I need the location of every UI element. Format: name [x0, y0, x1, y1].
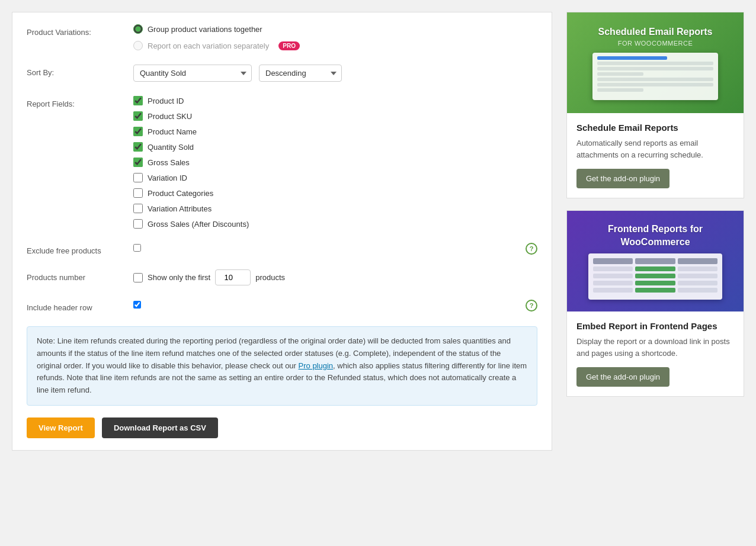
card-frontend-addon-button[interactable]: Get the add-on plugin [576, 367, 669, 387]
rtm-cell-4-2 [635, 288, 675, 293]
field-gross-sales-discounts-checkbox[interactable] [133, 219, 143, 229]
card-email-green-bg: Scheduled Email Reports FOR WOOCOMMERCE [567, 12, 744, 113]
sidebar-card-email-reports: Scheduled Email Reports FOR WOOCOMMERCE … [566, 12, 744, 198]
products-number-inner: Show only the first products [133, 269, 537, 285]
field-gross-sales-checkbox[interactable] [133, 158, 143, 167]
exclude-free-control: ? [133, 243, 537, 255]
field-variation-id-label: Variation ID [148, 174, 187, 182]
products-number-show-only: Show only the first [148, 273, 210, 282]
sort-direction-select[interactable]: Descending Ascending [259, 65, 342, 82]
download-csv-button[interactable]: Download Report as CSV [102, 417, 218, 438]
card-email-img-subtitle: FOR WOOCOMMERCE [618, 40, 693, 47]
rtm-cell-1-1 [593, 266, 633, 271]
field-variation-attributes-checkbox[interactable] [133, 204, 143, 213]
pro-badge: PRO [278, 41, 300, 50]
include-header-row: Include header row ? [27, 300, 537, 312]
mockup-line-2 [597, 62, 714, 65]
field-gross-sales-discounts-label: Gross Sales (After Discounts) [148, 220, 249, 229]
include-header-help-icon[interactable]: ? [526, 300, 537, 311]
field-variation-attributes[interactable]: Variation Attributes [133, 204, 537, 213]
field-product-name-checkbox[interactable] [133, 127, 143, 136]
card-email-addon-button[interactable]: Get the add-on plugin [576, 169, 669, 188]
sidebar: Scheduled Email Reports FOR WOOCOMMERCE … [566, 12, 744, 451]
radio-separate[interactable]: Report on each variation separately PRO [133, 41, 537, 50]
field-gross-sales[interactable]: Gross Sales [133, 158, 537, 167]
field-product-id-label: Product ID [148, 97, 184, 105]
rtm-row-header [593, 258, 717, 264]
field-product-categories-label: Product Categories [148, 189, 213, 198]
include-header-checkbox[interactable] [133, 301, 141, 309]
exclude-free-row: Exclude free products ? [27, 243, 537, 255]
field-product-id[interactable]: Product ID [133, 96, 537, 105]
view-report-button[interactable]: View Report [27, 417, 95, 438]
card-email-image: Scheduled Email Reports FOR WOOCOMMERCE [567, 12, 744, 113]
field-product-sku[interactable]: Product SKU [133, 111, 537, 121]
radio-group-together-label: Group product variations together [148, 25, 262, 34]
card-email-mockup [592, 53, 719, 100]
rtm-header-3 [678, 258, 717, 264]
include-header-control: ? [133, 300, 537, 311]
report-fields-control: Product ID Product SKU Product Name Quan… [133, 96, 537, 229]
rtm-cell-3-1 [593, 281, 633, 285]
card-frontend-description: Display the report or a download link in… [576, 336, 734, 359]
rtm-cell-4-3 [678, 288, 717, 293]
radio-separate-label: Report on each variation separately [148, 41, 269, 50]
exclude-free-checkbox-wrap [133, 244, 526, 253]
rtm-cell-2-1 [593, 274, 633, 278]
field-quantity-sold[interactable]: Quantity Sold [133, 142, 537, 152]
card-frontend-img-title: Frontend Reports for WooCommerce [576, 223, 734, 249]
field-product-categories[interactable]: Product Categories [133, 188, 537, 198]
rtm-row-3 [593, 281, 717, 285]
report-fields-label: Report Fields: [27, 96, 133, 108]
radio-group-together-input[interactable] [133, 24, 143, 34]
field-product-sku-checkbox[interactable] [133, 111, 143, 121]
field-variation-id[interactable]: Variation ID [133, 173, 537, 182]
sidebar-card-frontend-reports: Frontend Reports for WooCommerce [566, 210, 744, 397]
rtm-row-2 [593, 274, 717, 278]
sort-field-select[interactable]: Quantity Sold Gross Sales Product Name P… [133, 65, 252, 82]
card-frontend-title: Embed Report in Frontend Pages [576, 321, 734, 331]
field-product-name[interactable]: Product Name [133, 127, 537, 136]
mockup-line-3 [597, 67, 714, 70]
field-product-categories-checkbox[interactable] [133, 188, 143, 198]
field-variation-attributes-label: Variation Attributes [148, 204, 212, 213]
pro-plugin-link[interactable]: Pro plugin [299, 361, 334, 370]
rtm-cell-3-2 [635, 281, 675, 285]
sort-by-row: Sort By: Quantity Sold Gross Sales Produ… [27, 65, 537, 82]
field-product-sku-label: Product SKU [148, 112, 192, 121]
products-number-control: Show only the first products [133, 269, 537, 285]
card-frontend-body: Embed Report in Frontend Pages Display t… [567, 311, 744, 396]
mockup-line-4 [597, 72, 644, 76]
field-gross-sales-discounts[interactable]: Gross Sales (After Discounts) [133, 219, 537, 229]
note-box: Note: Line item refunds created during t… [27, 326, 537, 406]
field-product-id-checkbox[interactable] [133, 96, 143, 105]
product-variations-control: Group product variations together Report… [133, 24, 537, 50]
field-quantity-sold-checkbox[interactable] [133, 142, 143, 152]
products-number-label: Products number [27, 269, 133, 282]
radio-group-together[interactable]: Group product variations together [133, 24, 537, 34]
exclude-free-help-icon[interactable]: ? [526, 243, 537, 255]
radio-separate-input[interactable] [133, 41, 143, 50]
mockup-line-6 [597, 83, 714, 86]
card-email-body: Schedule Email Reports Automatically sen… [567, 113, 744, 198]
rtm-header-1 [593, 258, 633, 264]
report-fields-row: Report Fields: Product ID Product SKU Pr… [27, 96, 537, 229]
include-header-inner: ? [133, 300, 537, 311]
card-email-description: Automatically send reports as email atta… [576, 137, 734, 160]
mockup-line-5 [597, 78, 714, 81]
sort-by-control: Quantity Sold Gross Sales Product Name P… [133, 65, 537, 82]
card-frontend-purple-bg: Frontend Reports for WooCommerce [567, 211, 744, 311]
products-number-checkbox[interactable] [133, 273, 143, 282]
rtm-cell-1-2 [635, 266, 675, 271]
rtm-row-4 [593, 288, 717, 293]
action-buttons: View Report Download Report as CSV [27, 417, 537, 438]
product-variations-row: Product Variations: Group product variat… [27, 24, 537, 50]
exclude-free-inner: ? [133, 243, 537, 255]
include-header-label: Include header row [27, 300, 133, 312]
mockup-line-1 [597, 56, 667, 60]
products-number-input[interactable] [215, 269, 251, 285]
field-variation-id-checkbox[interactable] [133, 173, 143, 182]
card-frontend-mockup [588, 253, 722, 300]
products-number-row: Products number Show only the first prod… [27, 269, 537, 285]
exclude-free-checkbox[interactable] [133, 244, 141, 252]
